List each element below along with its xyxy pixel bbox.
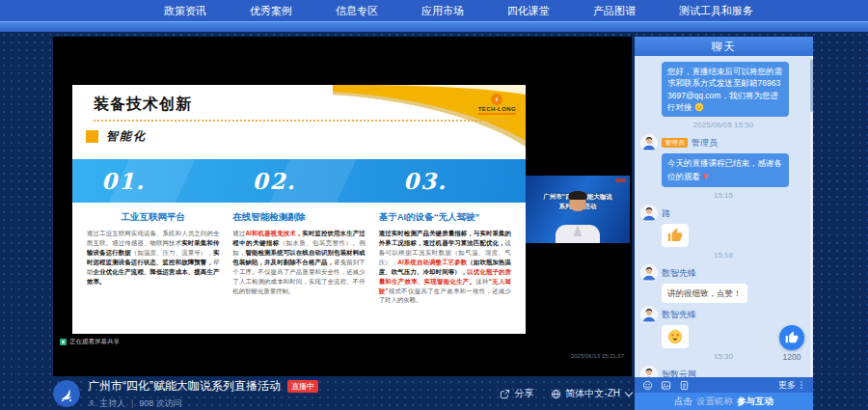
chat-scrollbar[interactable] — [810, 56, 813, 377]
nav-item-info[interactable]: 信息专区 — [336, 4, 378, 18]
image-upload-icon[interactable] — [661, 380, 671, 391]
column-2-body: 通过AI和机器视觉技术，实时监控饮用水生产过程中的关键指标（如水质、包装完整性）… — [232, 229, 365, 295]
emoji-picker-icon[interactable] — [642, 380, 653, 391]
more-button[interactable]: 更多 — [778, 379, 805, 392]
avatar — [640, 264, 658, 282]
nav-item-market[interactable]: 应用市场 — [421, 4, 464, 18]
heart-emoji: ♥ — [702, 171, 708, 181]
tech-long-logo: TECH-LONG — [478, 94, 516, 115]
like-button[interactable] — [779, 325, 804, 350]
chat-input-hint-bar[interactable]: 点击 设置昵称 参与互动 — [635, 393, 813, 410]
chat-panel: 聊天 您好，直播结束后可以将您的需求和联系方式发送至邮箱769633697@qq… — [635, 37, 813, 410]
chat-timestamp: 2025/06/05 15:50 — [640, 121, 806, 129]
nav-item-classroom[interactable]: 四化课堂 — [507, 4, 550, 18]
presenter-body — [556, 225, 600, 243]
column-1-body: 通过工业互联网实现设备、系统和人员之间的全面互联。通过传感器、物联网技术实时采集… — [87, 229, 219, 287]
share-button[interactable]: 分享 — [500, 387, 533, 400]
stream-meta: 广州市“四化”赋能大咖说系列直播活动 直播中 主持人 | 908 次访问 — [88, 378, 318, 410]
presentation-slide: TECH-LONG 装备技术创新 智能化 01. 02. 03. 工业互联网平台… — [72, 85, 526, 334]
video-player[interactable]: TECH-LONG 装备技术创新 智能化 01. 02. 03. 工业互联网平台… — [53, 37, 632, 376]
chat-toolbar: 更多 — [635, 377, 813, 393]
message-bubble: 今天的直播课程已结束，感谢各位的观看 ♥ — [662, 153, 789, 187]
presenter-video-pip: 广州市“四化”赋能大咖说 系列直播活动 — [526, 170, 630, 249]
nav-item-product-map[interactable]: 产品图谱 — [593, 4, 636, 18]
nav-item-cases[interactable]: 优秀案例 — [250, 4, 292, 18]
message-bubble — [662, 325, 689, 348]
stream-title: 广州市“四化”赋能大咖说系列直播活动 — [88, 378, 281, 395]
language-selector[interactable]: 简体中文-ZH — [551, 387, 632, 400]
presenter-backdrop: 广州市“四化”赋能大咖说 系列直播活动 — [526, 176, 630, 243]
thumbs-up-icon — [785, 331, 799, 344]
column-1-heading: 工业互联网平台 — [87, 211, 219, 224]
star-struck-emoji — [667, 329, 683, 344]
slide-column-3: 基于AI的设备“无人驾驶” 通过实时检测产品关键质量指标，与实时采集的外界工况指… — [379, 211, 511, 330]
like-count: 1200 — [779, 352, 804, 362]
chat-message: 路 — [640, 205, 806, 247]
screen-share-icon — [60, 339, 67, 345]
stream-controls: 分享 简体中文-ZH — [500, 387, 632, 400]
slide-column-1: 工业互联网平台 通过工业互联网实现设备、系统和人员之间的全面互联。通过传感器、物… — [87, 211, 219, 330]
top-nav: 政策资讯 优秀案例 信息专区 应用市场 四化课堂 产品图谱 测试工具和服务 — [0, 0, 868, 21]
banner-number-3: 03. — [374, 168, 526, 194]
chevron-down-icon — [625, 389, 633, 396]
avatar — [640, 134, 658, 151]
chat-message-list: 您好，直播结束后可以将您的需求和联系方式发送至邮箱769633697@qq.co… — [635, 56, 813, 377]
message-bubble: 讲的很细致，点赞！ — [662, 284, 747, 303]
avatar — [640, 366, 658, 377]
host-label: 主持人 — [99, 397, 125, 410]
thumbs-up-emoji — [667, 228, 683, 243]
avatar — [640, 306, 658, 323]
screen-share-label: 正在观看屏幕共享 — [60, 338, 120, 346]
chat-tab[interactable]: 聊天 — [635, 37, 813, 56]
column-2-heading: 在线智能检测剔除 — [232, 211, 365, 224]
chat-timestamp: 15:15 — [640, 191, 806, 200]
admin-badge: 管理员 — [662, 138, 688, 148]
message-bubble — [662, 224, 689, 247]
tech-long-logo-text: TECH-LONG — [478, 106, 516, 115]
person-icon — [88, 399, 95, 407]
stream-avatar — [53, 380, 80, 407]
column-3-body: 通过实时检测产品关键质量指标，与实时采集的外界工况指标，通过机器学习算法匹配优化… — [379, 229, 511, 305]
avatar — [640, 205, 658, 222]
slide-column-2: 在线智能检测剔除 通过AI和机器视觉技术，实时监控饮用水生产过程中的关键指标（如… — [232, 211, 365, 330]
form-notes-icon[interactable] — [679, 380, 690, 391]
nav-sub-strip — [0, 21, 868, 32]
column-3-heading: 基于AI的设备“无人驾驶” — [379, 211, 511, 224]
message-bubble: 您好，直播结束后可以将您的需求和联系方式发送至邮箱769633697@qq.co… — [662, 62, 789, 117]
slide-columns: 工业互联网平台 通过工业互联网实现设备、系统和人员之间的全面互联。通过传感器、物… — [87, 211, 511, 330]
slide-header: 装备技术创新 — [94, 95, 508, 122]
stream-avatar-emblem — [53, 380, 80, 407]
nav-item-policy[interactable]: 政策资讯 — [164, 4, 206, 18]
slide-subtitle: 智能化 — [106, 128, 147, 145]
set-nickname-link[interactable]: 设置昵称 — [696, 396, 733, 408]
stream-info-bar: 广州市“四化”赋能大咖说系列直播活动 直播中 主持人 | 908 次访问 分享 — [53, 377, 632, 410]
timestamp-watermark: 2025/06/13 15:21:37 — [571, 353, 624, 359]
pip-logo-mark — [615, 178, 626, 182]
chat-message: 管理员 管理员 今天的直播课程已结束，感谢各位的观看 ♥ — [640, 134, 806, 187]
sender-name: 智数云网 — [662, 369, 696, 377]
sender-name: 管理员 — [692, 137, 718, 150]
slide-title: 装备技术创新 — [94, 96, 192, 112]
nav-item-test-tools[interactable]: 测试工具和服务 — [679, 4, 753, 18]
orange-square-bullet — [86, 130, 98, 143]
presenter-head — [570, 193, 586, 211]
vertical-dots-icon — [798, 380, 805, 390]
host-row: 主持人 | 908 次访问 — [88, 397, 318, 410]
sender-name: 路 — [662, 207, 670, 220]
banner-number-2: 02. — [224, 168, 375, 194]
chat-message: 智数云网 行业痛点分析得很到位！ — [640, 366, 806, 377]
tech-long-logo-icon — [491, 94, 502, 105]
sender-name: 数智先锋 — [662, 309, 696, 321]
smile-emoji — [694, 102, 704, 112]
chat-message: 数智先锋 讲的很细致，点赞！ — [640, 264, 806, 303]
banner-number-1: 01. — [72, 168, 224, 194]
chat-timestamp: 15:18 — [640, 251, 806, 260]
like-widget: 1200 — [779, 325, 804, 362]
chat-message: 您好，直播结束后可以将您的需求和联系方式发送至邮箱769633697@qq.co… — [640, 62, 806, 117]
numbers-banner: 01. 02. 03. — [72, 159, 526, 203]
visit-count: 908 次访问 — [139, 397, 182, 410]
sender-name: 数智先锋 — [662, 267, 696, 280]
live-badge: 直播中 — [287, 380, 318, 393]
globe-icon — [551, 389, 561, 399]
share-icon — [500, 389, 510, 399]
